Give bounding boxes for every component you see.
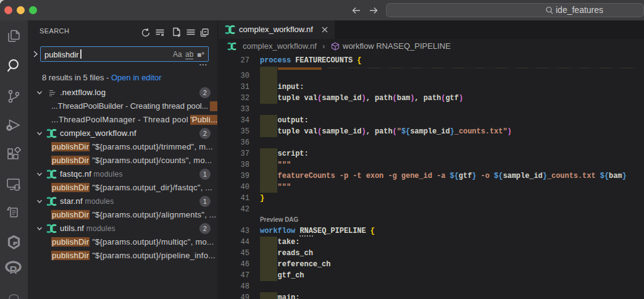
svg-text:R: R	[10, 264, 17, 276]
